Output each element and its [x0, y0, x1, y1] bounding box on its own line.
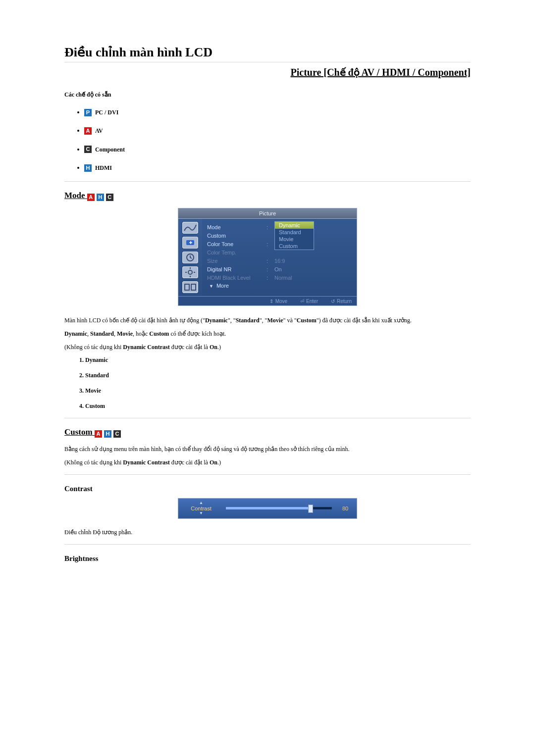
osd-tab-input-icon[interactable] — [182, 237, 198, 249]
osd-option-standard[interactable]: Standard — [275, 229, 314, 236]
slider-fill — [226, 507, 311, 509]
mode-item-component: C Component — [84, 145, 471, 154]
osd-hint-enter: Enter — [300, 299, 318, 304]
mode-name: Component — [95, 146, 125, 153]
badge-p-icon: P — [84, 109, 92, 116]
slider-value: 80 — [334, 505, 357, 511]
document-page: Điều chỉnh màn hình LCD Picture [Chế độ … — [0, 0, 535, 588]
badge-a-icon: A — [95, 430, 102, 438]
mode-name: PC / DVI — [95, 109, 118, 116]
osd-sep: : — [267, 224, 274, 230]
svg-rect-7 — [185, 284, 189, 290]
divider — [64, 181, 471, 182]
divider — [64, 544, 471, 545]
brightness-heading: Brightness — [64, 554, 471, 563]
text: ", " — [228, 317, 236, 324]
badge-a-icon: A — [84, 127, 92, 135]
text-bold: Standard — [236, 317, 260, 324]
osd-row-size: Size:16:9 — [207, 256, 352, 265]
contrast-slider-widget: ▲ Contrast ▼ 80 — [178, 498, 357, 519]
text: (Không có tác dụng khi — [64, 459, 123, 466]
osd-item-label: HDMI Black Level — [207, 275, 267, 281]
section-subtitle: Picture [Chế độ AV / HDMI / Component] — [64, 66, 471, 78]
text-bold: Custom — [149, 330, 169, 337]
osd-more[interactable]: More — [207, 282, 352, 290]
arrow-up-icon[interactable]: ▲ — [178, 501, 224, 505]
osd-tab-time-icon[interactable] — [182, 252, 198, 263]
text-bold: Movie — [268, 317, 283, 324]
arrow-down-icon[interactable]: ▼ — [178, 511, 224, 516]
osd-item-label: Size — [207, 258, 267, 264]
list-item: Dynamic — [85, 356, 471, 364]
osd-tab-picture-icon[interactable] — [182, 222, 198, 234]
mode-paragraph-1: Màn hình LCD có bốn chế độ cài đặt hình … — [64, 316, 471, 325]
custom-heading-text: Custom — [64, 427, 93, 437]
list-item: Custom — [85, 403, 471, 410]
osd-option-dynamic[interactable]: Dynamic — [275, 222, 314, 229]
mode-item-av: A AV — [84, 126, 471, 135]
osd-footer: Move Enter Return — [178, 296, 357, 305]
osd-item-value: Normal — [274, 275, 352, 281]
osd-row-digitalnr[interactable]: Digital NR:On — [207, 265, 352, 273]
mode-heading-text: Mode — [64, 191, 85, 200]
badge-c-icon: C — [84, 146, 92, 153]
osd-title: Picture — [178, 208, 357, 219]
osd-row-hdmiblack: HDMI Black Level:Normal — [207, 273, 352, 282]
slider-label-col: ▲ Contrast ▼ — [178, 501, 224, 516]
osd-picture-menu: Picture Mode: Custom Color Tone: — [178, 208, 357, 306]
badge-h-icon: H — [84, 164, 92, 172]
custom-paragraph-1: Bằng cách sử dụng menu trên màn hình, bạ… — [64, 445, 471, 454]
text: (Không có tác dụng khi — [64, 344, 123, 351]
osd-item-label: Digital NR — [207, 266, 267, 272]
text: , hoặc — [133, 330, 149, 337]
list-item: Movie — [85, 387, 471, 395]
text-bold: Movie — [117, 330, 133, 337]
contrast-heading: Contrast — [64, 485, 471, 493]
text: .) — [217, 459, 221, 466]
mode-paragraph-2: Dynamic, Standard, Movie, hoặc Custom có… — [64, 329, 471, 339]
custom-heading: Custom AHC — [64, 427, 471, 438]
text-bold: Standard — [90, 330, 114, 337]
osd-item-value: 16:9 — [274, 258, 352, 264]
text: có thể được kích hoạt. — [169, 330, 226, 337]
badge-c-icon: C — [106, 194, 113, 201]
mode-heading: Mode AHC — [64, 191, 471, 201]
osd-tab-multi-icon[interactable] — [182, 281, 198, 293]
divider — [64, 418, 471, 418]
osd-sep: : — [267, 275, 274, 281]
text-bold: Dynamic Contrast — [123, 459, 169, 466]
badge-a-icon: A — [87, 194, 95, 201]
osd-option-movie[interactable]: Movie — [275, 236, 314, 243]
mode-item-hdmi: H HDMI — [84, 163, 471, 172]
text: " và " — [283, 317, 297, 324]
text: được cài đặt là — [170, 344, 210, 351]
mode-paragraph-3: (Không có tác dụng khi Dynamic Contrast … — [64, 343, 471, 352]
badge-h-icon: H — [97, 194, 104, 201]
mode-item-pcdvi: P PC / DVI — [84, 107, 471, 117]
osd-mode-dropdown[interactable]: Dynamic Standard Movie Custom — [274, 221, 314, 250]
svg-rect-8 — [191, 284, 196, 290]
mode-options-list: Dynamic Standard Movie Custom — [64, 356, 471, 410]
text-bold: Dynamic — [205, 317, 228, 324]
divider — [64, 474, 471, 475]
text: .) — [217, 344, 221, 351]
osd-item-label: Custom — [207, 233, 267, 239]
osd-sep: : — [267, 241, 274, 247]
badge-h-icon: H — [104, 430, 111, 438]
osd-option-custom[interactable]: Custom — [275, 243, 314, 250]
text-bold: On — [210, 459, 217, 466]
text: Màn hình LCD có bốn chế độ cài đặt hình … — [64, 317, 205, 324]
divider — [64, 62, 471, 62]
page-title: Điều chỉnh màn hình LCD — [64, 45, 471, 60]
osd-sep: : — [267, 258, 274, 264]
osd-main: Mode: Custom Color Tone: Color Temp. Siz… — [202, 219, 357, 296]
slider-thumb[interactable] — [308, 504, 313, 513]
osd-item-label: Mode — [207, 224, 267, 230]
osd-item-value: On — [274, 266, 352, 272]
contrast-desc: Điều chỉnh Độ tương phản. — [64, 528, 471, 537]
osd-tab-settings-icon[interactable] — [182, 266, 198, 278]
svg-point-2 — [188, 270, 192, 274]
slider-track[interactable] — [226, 507, 332, 509]
badge-c-icon: C — [113, 430, 121, 438]
text-bold: On — [210, 344, 217, 351]
